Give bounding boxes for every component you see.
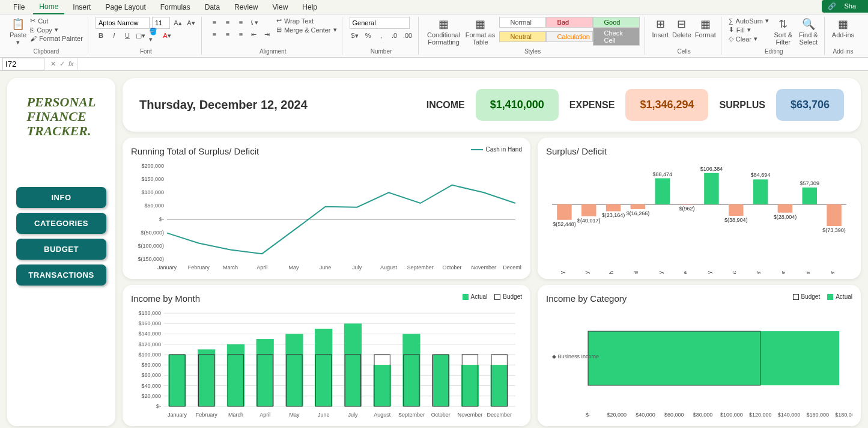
addins-button[interactable]: ▦Add-ins bbox=[832, 17, 854, 38]
formula-input[interactable] bbox=[77, 58, 868, 70]
sidebar-info-button[interactable]: INFO bbox=[16, 187, 106, 208]
wrap-text-button[interactable]: ↩ Wrap Text bbox=[276, 17, 337, 25]
fill-color-icon[interactable]: 🪣▾ bbox=[148, 30, 159, 41]
align-bottom-icon[interactable]: ≡ bbox=[235, 17, 246, 28]
svg-rect-31 bbox=[631, 204, 646, 209]
font-size-input[interactable] bbox=[152, 17, 170, 29]
svg-text:December: December bbox=[487, 412, 512, 418]
delete-button[interactable]: ⊟Delete bbox=[672, 17, 691, 38]
menu-help[interactable]: Help bbox=[296, 1, 323, 14]
sort-filter-button[interactable]: ⇅Sort & Filter bbox=[772, 17, 794, 46]
menu-review[interactable]: Review bbox=[228, 1, 264, 14]
font-color-icon[interactable]: A▾ bbox=[162, 30, 172, 41]
decrease-decimal-icon[interactable]: .00 bbox=[402, 30, 413, 41]
svg-text:March: March bbox=[228, 412, 243, 418]
style-normal[interactable]: Normal bbox=[499, 17, 546, 28]
menu-formulas[interactable]: Formulas bbox=[154, 1, 196, 14]
name-box-input[interactable] bbox=[2, 58, 44, 70]
menu-file[interactable]: File bbox=[7, 1, 31, 14]
align-left-icon[interactable]: ≡ bbox=[209, 29, 220, 40]
sidebar-budget-button[interactable]: BUDGET bbox=[16, 239, 106, 260]
fx-icon[interactable]: fx bbox=[68, 60, 74, 68]
svg-text:September: September bbox=[398, 412, 425, 418]
svg-text:$(52,448): $(52,448) bbox=[553, 221, 576, 227]
kpi-income-value: $1,410,000 bbox=[476, 89, 559, 121]
style-good[interactable]: Good bbox=[593, 17, 640, 28]
align-middle-icon[interactable]: ≡ bbox=[222, 17, 233, 28]
menu-insert[interactable]: Insert bbox=[67, 1, 97, 14]
indent-decrease-icon[interactable]: ⇤ bbox=[249, 29, 259, 40]
style-neutral[interactable]: Neutral bbox=[499, 31, 546, 42]
fill-button[interactable]: ⬇ Fill ▾ bbox=[729, 26, 769, 34]
styles-label: Styles bbox=[426, 48, 640, 55]
style-bad[interactable]: Bad bbox=[546, 17, 593, 28]
menu-view[interactable]: View bbox=[267, 1, 294, 14]
autosum-button[interactable]: ∑ AutoSum ▾ bbox=[729, 17, 769, 25]
menu-data[interactable]: Data bbox=[199, 1, 226, 14]
menu-page-layout[interactable]: Page Layout bbox=[99, 1, 151, 14]
cut-button[interactable]: ✂ Cut bbox=[30, 17, 83, 25]
orientation-icon[interactable]: ⤹▾ bbox=[249, 17, 259, 28]
brush-icon: 🖌 bbox=[30, 35, 37, 42]
ribbon-group-cells: ⊞Insert ⊟Delete ▦Format Cells bbox=[648, 17, 721, 55]
actual-swatch-icon bbox=[463, 294, 469, 300]
format-painter-button[interactable]: 🖌 Format Painter bbox=[30, 35, 83, 42]
clipboard-label: Clipboard bbox=[10, 48, 83, 55]
svg-text:August: August bbox=[374, 412, 391, 418]
wrap-icon: ↩ bbox=[276, 17, 282, 25]
bold-icon[interactable]: B bbox=[96, 30, 106, 41]
italic-icon[interactable]: I bbox=[109, 30, 120, 41]
font-name-input[interactable] bbox=[96, 17, 150, 29]
clear-button[interactable]: ◇ Clear ▾ bbox=[729, 35, 769, 43]
number-format-input[interactable] bbox=[350, 17, 410, 29]
currency-icon[interactable]: $▾ bbox=[350, 30, 360, 41]
increase-font-icon[interactable]: A▴ bbox=[172, 17, 183, 28]
svg-text:$50,000: $50,000 bbox=[144, 203, 164, 209]
border-icon[interactable]: ▢▾ bbox=[135, 30, 146, 41]
svg-text:June: June bbox=[318, 412, 330, 418]
ribbon: 📋Paste▾ ✂ Cut ⎘ Copy ▾ 🖌 Format Painter … bbox=[0, 14, 868, 58]
increase-decimal-icon[interactable]: .0 bbox=[389, 30, 400, 41]
budget-swatch-icon bbox=[494, 294, 500, 300]
align-center-icon[interactable]: ≡ bbox=[222, 29, 233, 40]
decrease-font-icon[interactable]: A▾ bbox=[186, 17, 196, 28]
svg-text:$(16,266): $(16,266) bbox=[627, 210, 650, 216]
svg-text:$150,000: $150,000 bbox=[141, 176, 164, 182]
align-top-icon[interactable]: ≡ bbox=[209, 17, 220, 28]
indent-increase-icon[interactable]: ⇥ bbox=[262, 29, 273, 40]
format-button[interactable]: ▦Format bbox=[695, 17, 716, 38]
svg-text:January: January bbox=[157, 264, 177, 271]
menu-home[interactable]: Home bbox=[33, 0, 64, 14]
ribbon-group-addins: ▦Add-ins Add-ins bbox=[827, 17, 859, 55]
scissors-icon: ✂ bbox=[30, 17, 35, 25]
conditional-formatting-button[interactable]: ▦Conditional Formatting bbox=[426, 17, 462, 46]
header-card: Thursday, December 12, 2024 INCOME $1,41… bbox=[123, 78, 861, 132]
copy-button[interactable]: ⎘ Copy ▾ bbox=[30, 26, 83, 34]
sidebar-categories-button[interactable]: CATEGORIES bbox=[16, 213, 106, 234]
svg-rect-84 bbox=[227, 344, 244, 406]
format-as-table-button[interactable]: ▦Format as Table bbox=[466, 17, 496, 46]
sidebar-transactions-button[interactable]: TRANSACTIONS bbox=[16, 264, 106, 286]
cancel-formula-icon[interactable]: ✕ bbox=[50, 60, 56, 68]
percent-icon[interactable]: % bbox=[363, 30, 374, 41]
underline-icon[interactable]: U bbox=[122, 30, 133, 41]
paste-button[interactable]: 📋Paste▾ bbox=[10, 17, 26, 46]
enter-formula-icon[interactable]: ✓ bbox=[59, 60, 65, 68]
svg-text:$180,000: $180,000 bbox=[835, 412, 852, 418]
style-check-cell[interactable]: Check Cell bbox=[593, 28, 640, 46]
svg-text:$140,000: $140,000 bbox=[138, 331, 161, 337]
ribbon-group-alignment: ≡ ≡ ≡ ⤹▾ ≡ ≡ ≡ ⇤ ⇥ ↩ Wrap Text ⊞ Merge &… bbox=[204, 17, 342, 55]
share-button[interactable]: 🔗 Sha bbox=[822, 0, 868, 13]
align-right-icon[interactable]: ≡ bbox=[235, 29, 246, 40]
find-select-button[interactable]: 🔍Find & Select bbox=[798, 17, 819, 46]
merge-center-button[interactable]: ⊞ Merge & Center ▾ bbox=[276, 26, 337, 34]
svg-rect-102 bbox=[402, 334, 420, 406]
insert-button[interactable]: ⊞Insert bbox=[652, 17, 669, 38]
svg-text:$88,474: $88,474 bbox=[652, 171, 672, 177]
chart-income-month: Income by Month Actual Budget $180,000$1… bbox=[123, 285, 530, 426]
font-label: Font bbox=[96, 48, 196, 55]
menu-bar: File Home Insert Page Layout Formulas Da… bbox=[0, 0, 868, 14]
comma-icon[interactable]: , bbox=[376, 30, 387, 41]
style-calculation[interactable]: Calculation bbox=[546, 31, 593, 42]
cells-label: Cells bbox=[652, 48, 716, 55]
